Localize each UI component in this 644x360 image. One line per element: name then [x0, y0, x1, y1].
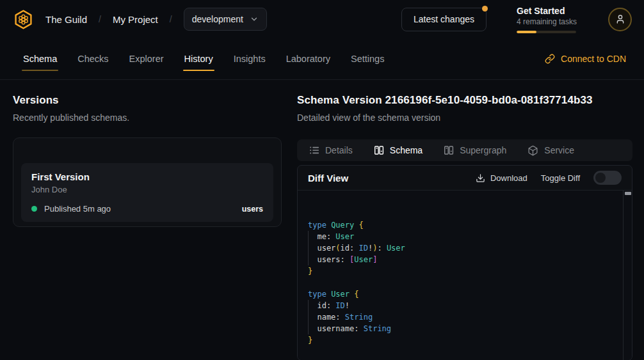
tab-label: Supergraph — [460, 145, 506, 155]
diff-view-actions: Download Toggle Diff — [476, 171, 622, 185]
user-avatar[interactable] — [608, 8, 632, 31]
tab-schema[interactable]: Schema — [374, 145, 423, 155]
toggle-diff-label: Toggle Diff — [541, 173, 580, 183]
version-author: John Doe — [31, 185, 263, 194]
version-status-row: Published 5m ago users — [31, 204, 263, 214]
breadcrumb-org[interactable]: The Guild — [45, 14, 87, 25]
get-started-title: Get Started — [517, 6, 576, 16]
download-label: Download — [490, 173, 527, 183]
get-started-progress-bar — [517, 31, 576, 33]
book-columns-icon — [374, 145, 384, 155]
diff-view-header: Diff View Download Toggle Diff — [298, 166, 632, 191]
list-icon — [309, 145, 319, 155]
download-icon — [476, 173, 485, 183]
code-scrollbar-track[interactable] — [623, 191, 632, 360]
version-status-text: Published 5m ago — [44, 204, 111, 214]
nav-tab-label: Schema — [23, 54, 57, 64]
breadcrumb-project[interactable]: My Project — [113, 14, 158, 25]
version-detail-panel: Schema Version 2166196f-5e10-4059-bd0a-0… — [297, 94, 632, 360]
chevron-down-icon — [250, 15, 259, 24]
top-header: The Guild / My Project / development Lat… — [0, 0, 644, 38]
nav-tab-label: Explorer — [129, 54, 164, 64]
toggle-knob — [595, 173, 606, 183]
nav-tab-list: Schema Checks Explorer History Insights … — [23, 47, 384, 79]
breadcrumb-separator: / — [99, 14, 101, 24]
tab-service[interactable]: Service — [527, 145, 574, 156]
nav-tab-insights[interactable]: Insights — [234, 47, 266, 70]
versions-panel: Versions Recently published schemas. Fir… — [13, 94, 282, 360]
version-detail-subtitle: Detailed view of the schema version — [297, 113, 632, 123]
book-columns-icon — [444, 145, 454, 155]
nav-tab-settings[interactable]: Settings — [351, 47, 384, 70]
version-list-item[interactable]: First Version John Doe Published 5m ago … — [21, 163, 273, 222]
connect-to-cdn-label: Connect to CDN — [561, 54, 626, 64]
environment-selector-value: development — [192, 14, 243, 24]
code-scrollbar-thumb[interactable] — [625, 192, 631, 195]
code-block: type Query { me: User user(id: ID!): Use… — [308, 219, 615, 346]
primary-nav: Schema Checks Explorer History Insights … — [0, 38, 644, 80]
cube-icon — [527, 145, 538, 156]
hive-app-window: The Guild / My Project / development Lat… — [0, 0, 644, 360]
version-name: First Version — [31, 171, 263, 182]
toggle-diff-switch[interactable] — [593, 171, 622, 185]
get-started-subtitle: 4 remaining tasks — [517, 17, 576, 26]
detail-tab-bar: Details Schema Supergraph — [297, 139, 632, 161]
nav-tab-checks[interactable]: Checks — [77, 47, 108, 70]
notification-dot-icon — [482, 6, 488, 12]
version-detail-title: Schema Version 2166196f-5e10-4059-bd0a-0… — [297, 94, 632, 107]
diff-view-card: Diff View Download Toggle Diff — [297, 165, 632, 360]
tab-label: Schema — [390, 145, 423, 155]
nav-tab-label: Checks — [77, 54, 108, 64]
link-icon — [545, 54, 555, 64]
main-content: Versions Recently published schemas. Fir… — [0, 80, 644, 360]
diff-view-title: Diff View — [308, 173, 348, 184]
environment-selector[interactable]: development — [184, 8, 267, 31]
user-icon — [615, 14, 625, 24]
versions-title: Versions — [13, 94, 282, 107]
tab-supergraph[interactable]: Supergraph — [444, 145, 506, 155]
service-badge: users — [242, 205, 263, 214]
breadcrumb-separator: / — [170, 14, 172, 24]
nav-tab-label: Settings — [351, 54, 384, 64]
get-started-widget[interactable]: Get Started 4 remaining tasks — [517, 6, 576, 33]
nav-tab-underline-dim — [22, 70, 58, 72]
nav-tab-schema[interactable]: Schema — [23, 47, 57, 70]
schema-code-viewer[interactable]: type Query { me: User user(id: ID!): Use… — [298, 191, 632, 360]
versions-list-card: First Version John Doe Published 5m ago … — [13, 137, 282, 227]
nav-tab-label: History — [184, 54, 213, 64]
connect-to-cdn-button[interactable]: Connect to CDN — [545, 47, 626, 70]
progress-fill — [517, 31, 536, 33]
tab-label: Service — [544, 145, 574, 155]
nav-tab-underline-active — [183, 70, 214, 72]
download-button[interactable]: Download — [476, 173, 527, 183]
published-status-icon — [31, 206, 37, 212]
tab-label: Details — [325, 145, 353, 155]
breadcrumb: The Guild / My Project / development — [13, 8, 267, 31]
tab-details[interactable]: Details — [309, 145, 353, 155]
latest-changes-button[interactable]: Latest changes — [401, 8, 487, 31]
nav-tab-label: Laboratory — [286, 54, 330, 64]
nav-tab-label: Insights — [234, 54, 266, 64]
nav-tab-explorer[interactable]: Explorer — [129, 47, 164, 70]
nav-tab-history[interactable]: History — [184, 47, 213, 70]
hive-logo-icon[interactable] — [13, 9, 34, 30]
latest-changes-label: Latest changes — [414, 14, 474, 24]
nav-tab-laboratory[interactable]: Laboratory — [286, 47, 330, 70]
versions-subtitle: Recently published schemas. — [13, 113, 282, 123]
